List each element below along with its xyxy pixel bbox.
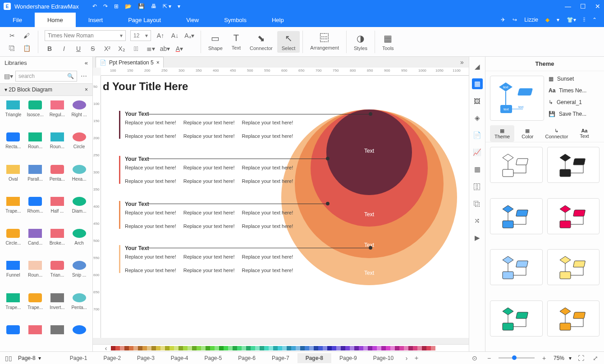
color-swatch[interactable] <box>359 346 363 350</box>
color-swatch[interactable] <box>188 346 192 350</box>
color-swatch[interactable] <box>426 346 431 350</box>
color-swatch[interactable] <box>282 346 287 350</box>
add-page-icon[interactable]: ＋ <box>412 353 421 363</box>
color-swatch[interactable] <box>341 346 345 350</box>
color-swatch[interactable] <box>129 346 133 350</box>
page-list-icon[interactable]: ▯▯ <box>4 353 14 363</box>
shape-item[interactable]: Roun... <box>47 131 68 161</box>
shuffle-icon[interactable]: ⤭ <box>472 215 483 226</box>
shape-item[interactable]: Trape... <box>3 291 24 322</box>
shape-item[interactable]: Funnel <box>3 259 24 289</box>
theme-prop-save[interactable]: 💾Save The... <box>549 111 599 117</box>
font-name-select[interactable]: Times New Roman▾ <box>45 30 126 41</box>
color-swatch[interactable] <box>246 346 251 350</box>
color-swatch[interactable] <box>305 346 309 350</box>
color-swatch[interactable] <box>395 346 399 350</box>
color-swatch[interactable] <box>269 346 273 350</box>
save-icon[interactable]: 💾 <box>138 3 145 9</box>
color-swatch[interactable] <box>278 346 282 350</box>
color-swatch[interactable] <box>408 346 413 350</box>
shape-item[interactable]: Penta... <box>47 163 68 193</box>
print-icon[interactable]: 🖶 <box>151 3 156 9</box>
theme-tab-text[interactable]: AaText <box>575 125 593 142</box>
collapse-ribbon-icon[interactable]: ⌃ <box>592 17 597 23</box>
color-swatch[interactable] <box>138 346 142 350</box>
page-tab[interactable]: Page-5 <box>197 353 230 363</box>
data-icon[interactable]: ⿲ <box>472 181 483 192</box>
shape-item[interactable]: Oval <box>3 163 24 193</box>
page-tab[interactable]: Page-8 <box>297 353 331 363</box>
color-swatch[interactable] <box>309 346 314 350</box>
fill-icon[interactable]: ◢ <box>472 61 483 72</box>
color-swatch[interactable] <box>151 346 156 350</box>
current-page[interactable]: Page-8 <box>18 355 36 361</box>
page-tab[interactable]: Page-9 <box>331 353 365 363</box>
color-swatch[interactable] <box>273 346 278 350</box>
canvas-page[interactable]: d Your Title Here Text Text Text Text Yo… <box>101 76 469 338</box>
next-page-icon[interactable]: › <box>402 353 412 363</box>
page-tab[interactable]: Page-10 <box>365 353 402 363</box>
text-block[interactable]: Your Text Replace your text here!Replace… <box>119 201 299 229</box>
subscript-icon[interactable]: X₂ <box>117 44 127 54</box>
menu-home[interactable]: Home <box>35 13 76 27</box>
theme-option[interactable] <box>547 249 600 285</box>
tools-button[interactable]: ▦Tools <box>378 31 398 53</box>
shape-item[interactable]: Trape... <box>3 195 24 225</box>
shape-item[interactable]: Cand... <box>25 227 46 257</box>
color-swatch[interactable] <box>377 346 381 350</box>
close-button[interactable]: ✕ <box>595 3 600 10</box>
theme-prop-connector[interactable]: ↳General_1 <box>549 99 599 105</box>
shape-item[interactable]: Diam... <box>69 195 90 225</box>
text-block[interactable]: Your Text Replace your text here!Replace… <box>119 156 299 184</box>
theme-option[interactable] <box>547 300 600 337</box>
shape-item[interactable] <box>25 323 46 349</box>
copy-icon[interactable]: ⿻ <box>7 43 17 53</box>
color-swatch[interactable] <box>413 346 417 350</box>
color-swatch[interactable] <box>215 346 219 350</box>
document-props-icon[interactable]: 📄 <box>472 130 483 141</box>
shape-item[interactable]: Trape... <box>25 291 46 322</box>
shape-item[interactable]: Snip ... <box>69 259 90 289</box>
color-swatch[interactable] <box>237 346 242 350</box>
new-icon[interactable]: ⊞ <box>114 3 119 9</box>
shape-item[interactable]: Trian... <box>47 259 68 289</box>
menu-view[interactable]: View <box>174 13 211 27</box>
shape-item[interactable]: Recta... <box>3 131 24 161</box>
redo-icon[interactable]: ↷ <box>103 3 108 9</box>
page-tab[interactable]: Page-2 <box>95 353 129 363</box>
color-swatch[interactable] <box>255 346 260 350</box>
color-swatch[interactable] <box>133 346 138 350</box>
shape-item[interactable]: Regul... <box>47 99 68 129</box>
theme-option[interactable] <box>547 198 600 234</box>
bullets-icon[interactable]: ≣▾ <box>146 44 156 54</box>
color-swatch[interactable] <box>291 346 296 350</box>
fullscreen-icon[interactable]: ⤢ <box>590 353 600 363</box>
color-swatch[interactable] <box>169 346 174 350</box>
color-swatch[interactable] <box>242 346 246 350</box>
chart-icon[interactable]: 📈 <box>472 147 483 158</box>
color-swatch[interactable] <box>224 346 228 350</box>
page-tab[interactable]: Page-6 <box>230 353 264 363</box>
color-swatch[interactable] <box>197 346 201 350</box>
color-swatch[interactable] <box>296 346 300 350</box>
color-swatch[interactable] <box>251 346 255 350</box>
shrink-font-icon[interactable]: A↓ <box>170 31 180 41</box>
cut-icon[interactable]: ✂ <box>7 31 17 41</box>
color-swatch[interactable] <box>404 346 408 350</box>
export-icon[interactable]: ⇱ ▾ <box>163 3 171 9</box>
send-icon[interactable]: ✈ <box>501 17 505 23</box>
color-swatch[interactable] <box>314 346 318 350</box>
library-search-input[interactable]: search 🔍 <box>15 71 77 82</box>
color-swatch[interactable] <box>165 346 169 350</box>
color-swatch[interactable] <box>323 346 327 350</box>
color-swatch[interactable] <box>192 346 197 350</box>
color-swatch[interactable] <box>160 346 165 350</box>
shape-item[interactable]: Roun... <box>25 131 46 161</box>
spacing-icon[interactable]: ab▾ <box>160 44 170 54</box>
theme-tab-connector[interactable]: ↳Connector <box>541 125 573 142</box>
image-icon[interactable]: 🖼 <box>472 96 483 106</box>
shape-item[interactable] <box>3 323 24 349</box>
color-swatch[interactable] <box>124 346 129 350</box>
open-icon[interactable]: 📂 <box>125 3 132 9</box>
page-tab[interactable]: Page-3 <box>129 353 163 363</box>
